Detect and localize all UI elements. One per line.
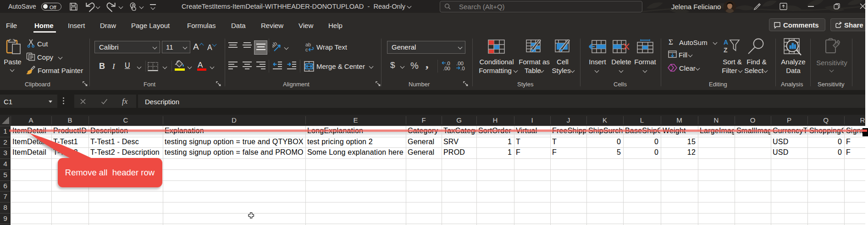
svg-text:.0: .0 xyxy=(460,66,465,71)
svg-text:A: A xyxy=(724,39,728,46)
svg-text:.00: .00 xyxy=(443,66,450,71)
svg-text:Z: Z xyxy=(724,46,728,53)
svg-text:c: c xyxy=(305,47,308,52)
